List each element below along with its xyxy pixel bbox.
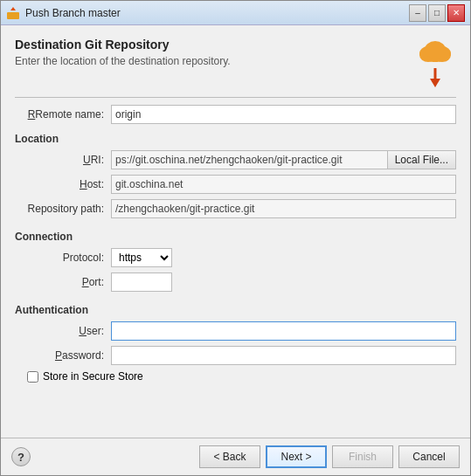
svg-marker-1 [10,7,16,10]
port-row: Port: [15,272,456,292]
store-secure-row: Store in Secure Store [27,370,456,383]
repo-path-input[interactable] [111,199,456,218]
titlebar-left: Push Branch master [6,6,121,20]
password-row: Password: [15,346,456,365]
header-subtitle: Enter the location of the destination re… [15,55,407,67]
cloud-icon [418,38,453,68]
remote-name-input[interactable] [111,105,456,124]
cancel-button[interactable]: Cancel [398,445,460,468]
titlebar-buttons: – □ ✕ [409,4,465,22]
protocol-label: Protocol: [15,252,111,264]
footer-buttons: < Back Next > Finish Cancel [199,445,460,468]
minimize-button[interactable]: – [409,4,426,22]
uri-input[interactable] [111,150,387,169]
auth-label: Authentication [15,304,456,316]
auth-section: Authentication User: Password: Store in … [15,300,456,386]
titlebar: Push Branch master – □ ✕ [1,1,470,25]
svg-rect-0 [7,12,19,19]
close-button[interactable]: ✕ [447,4,465,22]
remote-name-label: RRemote name: [15,108,111,121]
repo-path-label: Repository path: [15,203,111,215]
protocol-select[interactable]: https http ssh git [111,248,172,267]
user-input[interactable] [111,321,456,341]
store-secure-checkbox[interactable] [27,371,38,383]
dialog-footer: ? < Back Next > Finish Cancel [1,438,470,475]
connection-label: Connection [15,231,456,243]
remote-name-row: RRemote name: [15,105,456,124]
footer-left: ? [11,447,31,466]
user-label: User: [15,325,111,337]
store-secure-label: Store in Secure Store [43,370,143,383]
port-label: Port: [15,276,111,288]
port-input[interactable] [111,272,172,292]
back-button[interactable]: < Back [199,445,260,468]
local-file-button[interactable]: Local File... [387,150,456,169]
window-title: Push Branch master [25,7,121,19]
header-icon-area [414,38,456,83]
svg-marker-8 [430,79,440,87]
connection-section: Connection Protocol: https http ssh git … [15,227,456,297]
finish-button[interactable]: Finish [332,445,393,468]
maximize-button[interactable]: □ [428,4,446,22]
header-separator [15,97,456,98]
location-section: Location URI: Local File... Host: [15,129,456,224]
host-input[interactable] [111,175,456,194]
header-text: Destination Git Repository Enter the loc… [15,38,407,67]
password-input[interactable] [111,346,456,365]
help-button[interactable]: ? [11,447,31,466]
uri-input-wrap: Local File... [111,150,456,169]
host-row: Host: [15,175,456,194]
main-window: Push Branch master – □ ✕ Destination Git… [0,0,471,476]
password-label: Password: [15,349,111,362]
next-button[interactable]: Next > [266,445,327,468]
svg-rect-6 [433,53,438,62]
user-row: User: [15,321,456,341]
window-icon [6,6,20,20]
header-section: Destination Git Repository Enter the loc… [15,38,456,83]
dialog-content: Destination Git Repository Enter the loc… [1,25,470,438]
header-title: Destination Git Repository [15,38,407,52]
repo-path-row: Repository path: [15,199,456,218]
uri-label: URI: [15,154,111,166]
host-label: Host: [15,178,111,190]
protocol-row: Protocol: https http ssh git [15,248,456,267]
upload-arrow-icon [426,68,444,90]
uri-row: URI: Local File... [15,150,456,169]
location-label: Location [15,133,456,145]
